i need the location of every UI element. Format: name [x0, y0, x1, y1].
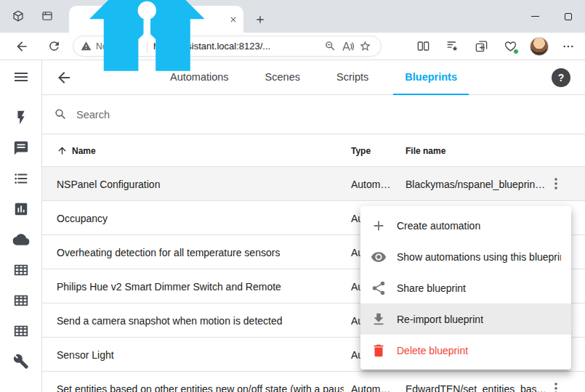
refresh-icon[interactable]: [44, 36, 64, 57]
help-icon[interactable]: ?: [552, 68, 570, 87]
row-name: Sensor Light: [57, 338, 114, 372]
collections-icon[interactable]: [472, 37, 491, 56]
column-header-type[interactable]: Type: [351, 134, 371, 167]
search-icon: [54, 107, 68, 121]
column-header-name[interactable]: Name: [57, 134, 96, 167]
message-icon[interactable]: [13, 140, 29, 156]
menu-item-reimport-blueprint[interactable]: Re-import blueprint: [360, 303, 571, 335]
menu-item-share-blueprint[interactable]: Share blueprint: [360, 272, 571, 303]
row-file: Blackymas/nspanel_blueprin…: [406, 167, 545, 201]
energy-flash-icon[interactable]: [13, 110, 29, 126]
status-badge: [513, 49, 519, 54]
wall-icon-2[interactable]: [13, 293, 29, 309]
tab-scenes[interactable]: Scenes: [254, 60, 312, 95]
menu-item-create-automation[interactable]: Create automation: [360, 210, 571, 241]
search-input[interactable]: [76, 109, 585, 121]
new-tab-button[interactable]: [251, 11, 269, 28]
back-icon[interactable]: [12, 36, 32, 57]
row-overflow-icon[interactable]: [547, 380, 565, 392]
table-header: Name Type File name: [42, 134, 585, 167]
browser-tab[interactable]: Settings – Home Assistant: [69, 6, 243, 33]
row-overflow-icon[interactable]: [547, 175, 565, 192]
row-name: Send a camera snapshot when motion is de…: [57, 303, 283, 338]
row-name: NSPanel Configuration: [57, 167, 160, 201]
wrench-icon[interactable]: [13, 354, 29, 369]
ha-header: Automations Scenes Scripts Blueprints ?: [42, 60, 585, 95]
more-icon[interactable]: [559, 37, 578, 56]
plus-icon: [371, 218, 387, 234]
tab-close-icon[interactable]: [228, 13, 239, 26]
menu-item-show-automations[interactable]: Show automations using this blueprint: [360, 241, 571, 272]
maximize-button[interactable]: [552, 0, 585, 33]
favorite-star-icon[interactable]: [356, 38, 374, 55]
trash-icon: [371, 343, 387, 359]
zoom-out-icon[interactable]: [321, 38, 339, 55]
profile-avatar[interactable]: [530, 37, 549, 56]
tab-actions-icon[interactable]: [38, 7, 57, 25]
download-icon: [371, 311, 387, 327]
split-screen-icon[interactable]: [413, 37, 432, 56]
browser-essentials-icon[interactable]: [501, 37, 520, 56]
row-type: Autom…: [351, 372, 403, 392]
tab-blueprints[interactable]: Blueprints: [393, 60, 469, 95]
wall-icon-1[interactable]: [13, 262, 29, 278]
row-name: Set entities based on other entities new…: [57, 372, 344, 392]
table-row[interactable]: NSPanel Configuration Autom… Blackymas/n…: [42, 167, 585, 201]
wall-icon-3[interactable]: [13, 323, 29, 339]
search-row: [42, 95, 585, 134]
browser-titlebar: Settings – Home Assistant: [0, 0, 585, 33]
row-name: Overheating detection for all temperatur…: [57, 235, 280, 269]
menu-icon[interactable]: [12, 68, 30, 86]
read-aloud-icon[interactable]: [339, 38, 356, 55]
row-file: EdwardTEN/set_entities_bas…: [406, 372, 545, 392]
ha-back-icon[interactable]: [55, 69, 73, 86]
eye-icon: [371, 249, 387, 265]
blueprint-context-menu: Create automation Show automations using…: [360, 206, 571, 369]
history-chart-icon[interactable]: [13, 201, 29, 217]
workspaces-icon[interactable]: [9, 7, 28, 25]
window-controls: [518, 0, 585, 33]
table-row[interactable]: Set entities based on other entities new…: [42, 372, 585, 392]
ha-nav-tabs: Automations Scenes Scripts Blueprints: [158, 60, 469, 95]
row-name: Occupancy: [57, 201, 108, 235]
menu-item-delete-blueprint[interactable]: Delete blueprint: [360, 335, 571, 366]
sort-ascending-icon: [57, 145, 68, 156]
share-icon: [371, 280, 387, 296]
column-header-file[interactable]: File name: [406, 134, 445, 167]
tab-automations[interactable]: Automations: [158, 60, 241, 95]
favorites-hub-icon[interactable]: [443, 37, 461, 56]
tab-scripts[interactable]: Scripts: [325, 60, 380, 95]
minimize-button[interactable]: [518, 0, 552, 33]
toolbar-right-icons: [413, 37, 578, 56]
row-type: Autom…: [351, 167, 403, 201]
logbook-list-icon[interactable]: [13, 171, 29, 187]
cloud-icon[interactable]: [12, 232, 29, 248]
ha-sidebar: [0, 60, 42, 392]
row-name: Philips Hue v2 Smart Dimmer Switch and R…: [57, 269, 281, 303]
